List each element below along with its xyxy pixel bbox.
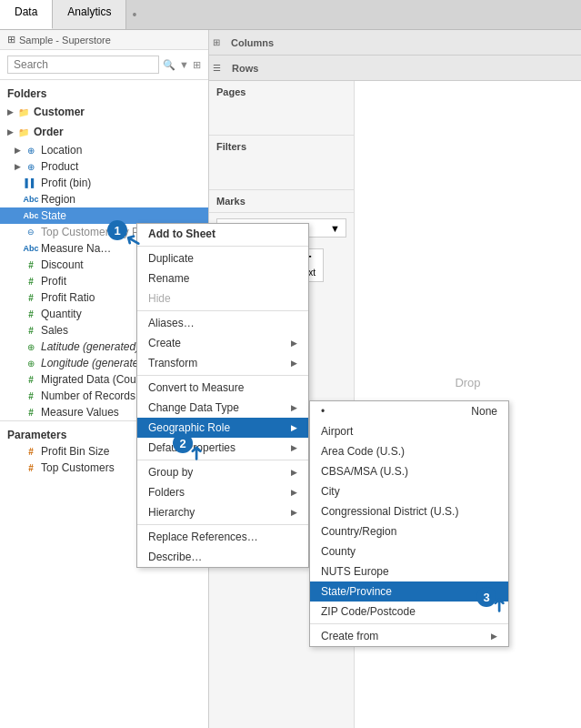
view-toggle-icon[interactable]: ⊞ [193, 59, 201, 71]
submenu-arrow-transform: ▶ [291, 359, 297, 368]
tab-data[interactable]: Data [0, 0, 53, 29]
menu-item-area-code[interactable]: Area Code (U.S.) [310, 441, 508, 461]
menu-label-duplicate: Duplicate [148, 252, 194, 265]
menu-item-replace-refs[interactable]: Replace References… [137, 527, 308, 547]
hash-icon-measure-values: # [25, 408, 37, 418]
hash-icon-num-records: # [25, 391, 37, 401]
menu-item-transform[interactable]: Transform▶ [137, 353, 308, 373]
field-state[interactable]: ▶ Abc State [0, 207, 208, 224]
field-discount-label: Discount [41, 258, 84, 271]
menu-item-hide[interactable]: Hide [137, 288, 308, 308]
menu-label-transform: Transform [148, 357, 197, 369]
columns-content[interactable] [287, 39, 581, 46]
menu-label-create: Create [148, 337, 181, 349]
search-icon[interactable]: 🔍 [163, 59, 175, 71]
search-input[interactable] [7, 56, 159, 74]
hash-icon-migrated-data: # [25, 375, 37, 385]
group-customer-header[interactable]: ▶ 📁 Customer [0, 104, 208, 120]
menu-label-describe: Describe… [148, 551, 202, 563]
menu-item-city[interactable]: City [310, 481, 508, 501]
submenu-arrow-geographic-role: ▶ [291, 423, 297, 432]
marks-header: Marks [209, 190, 354, 213]
arrow2: ➜ [185, 445, 208, 461]
menu-label-congressional: Congressional District (U.S.) [321, 505, 458, 518]
submenu-arrow-create-from: ▶ [491, 632, 497, 641]
field-num-records-label: Number of Records [41, 389, 135, 402]
menu-item-rename[interactable]: Rename [137, 268, 308, 288]
menu-label-create-from: Create from [321, 630, 378, 642]
menu-item-hierarchy[interactable]: Hierarchy▶ [137, 502, 308, 522]
menu-item-add-to-sheet[interactable]: Add to Sheet [137, 224, 308, 244]
field-longitude-label: Longitude (generated) [41, 357, 148, 369]
datasource-icon: ⊞ [7, 34, 15, 46]
menu-sep-1 [137, 246, 308, 247]
menu-item-zip[interactable]: ZIP Code/Postcode [310, 602, 508, 622]
drop-hint-line1: Drop [455, 376, 480, 389]
hash-icon-profit: # [25, 277, 37, 287]
menu-item-default-properties[interactable]: Default Properties▶ [137, 438, 308, 458]
menu-item-create[interactable]: Create▶ [137, 333, 308, 353]
menu-item-describe[interactable]: Describe… [137, 547, 308, 567]
field-profit-ratio-label: Profit Ratio [41, 291, 95, 304]
datasource-name[interactable]: Sample - Superstore [19, 35, 111, 46]
field-location[interactable]: ▶ ⊕ Location [0, 142, 208, 158]
field-product[interactable]: ▶ ⊕ Product [0, 158, 208, 175]
menu-item-nuts[interactable]: NUTS Europe [310, 561, 508, 581]
menu-label-area-code: Area Code (U.S.) [321, 445, 405, 458]
field-profit-bin-label: Profit (bin) [41, 177, 91, 189]
columns-icon: ⊞ [209, 37, 224, 47]
field-quantity-label: Quantity [41, 308, 82, 320]
abc-icon-region: Abc [25, 195, 37, 204]
menu-label-state-province: State/Province [321, 585, 392, 598]
expand-arrow-order: ▶ [7, 127, 14, 136]
menu-item-convert[interactable]: Convert to Measure [137, 378, 308, 398]
field-top-customers-param-label: Top Customers [41, 461, 115, 474]
field-profit-bin[interactable]: ▶ ▌▌ Profit (bin) [0, 175, 208, 191]
group-order: ▶ 📁 Order [0, 122, 208, 142]
geo-icon-location: ⊕ [25, 146, 37, 156]
tab-analytics[interactable]: Analytics [53, 0, 126, 29]
rows-content[interactable] [288, 65, 581, 72]
abc-icon-measure-names: Abc [25, 244, 37, 253]
menu-label-airport: Airport [321, 425, 353, 438]
menu-label-hide: Hide [148, 292, 171, 305]
menu-label-none: None [471, 405, 497, 418]
expand-arrow-location: ▶ [15, 146, 21, 155]
menu-label-zip: ZIP Code/Postcode [321, 605, 416, 618]
menu-item-group-by[interactable]: Group by▶ [137, 462, 308, 482]
menu-item-folders[interactable]: Folders▶ [137, 482, 308, 502]
menu-item-aliases[interactable]: Aliases… [137, 313, 308, 333]
menu-item-duplicate[interactable]: Duplicate [137, 248, 308, 268]
columns-label: Columns [224, 34, 287, 52]
filters-header: Filters [216, 141, 346, 152]
menu-item-create-from[interactable]: Create from▶ [310, 626, 508, 646]
field-measure-names-label: Measure Na… [41, 242, 111, 255]
menu-item-congressional[interactable]: Congressional District (U.S.) [310, 501, 508, 521]
folders-label: Folders [0, 84, 208, 102]
set-icon-top-customers: ⊖ [25, 228, 37, 237]
menu-item-cbsa[interactable]: CBSA/MSA (U.S.) [310, 461, 508, 481]
field-product-label: Product [41, 160, 78, 173]
menu-item-none[interactable]: •None [310, 401, 508, 421]
menu-item-change-data-type[interactable]: Change Data Type▶ [137, 398, 308, 418]
menu-item-airport[interactable]: Airport [310, 421, 508, 441]
group-order-header[interactable]: ▶ 📁 Order [0, 124, 208, 140]
pages-section: Pages [209, 81, 354, 136]
group-customer-label: Customer [34, 106, 85, 118]
menu-label-cbsa: CBSA/MSA (U.S.) [321, 465, 408, 478]
menu-item-country[interactable]: Country/Region [310, 521, 508, 541]
menu-item-geographic-role[interactable]: Geographic Role▶ [137, 418, 308, 438]
menu-label-city: City [321, 485, 340, 498]
panel-toggle-icon[interactable]: • [126, 0, 142, 29]
submenu-arrow-hierarchy: ▶ [291, 508, 297, 517]
menu-sep-3 [137, 375, 308, 376]
menu-sep-5 [137, 524, 308, 525]
menu-label-hierarchy: Hierarchy [148, 506, 195, 519]
field-state-label: State [41, 209, 66, 222]
folder-icon-customer: 📁 [17, 107, 30, 117]
field-region[interactable]: ▶ Abc Region [0, 191, 208, 207]
menu-label-county: County [321, 545, 356, 558]
menu-label-add-to-sheet: Add to Sheet [148, 228, 215, 240]
filter-icon[interactable]: ▼ [179, 59, 189, 70]
menu-item-county[interactable]: County [310, 541, 508, 561]
